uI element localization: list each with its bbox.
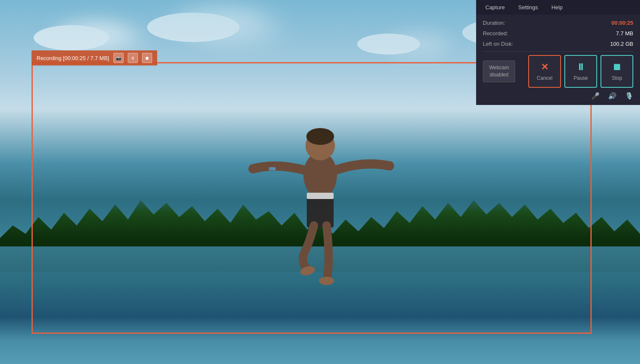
webcam-label: Webcam disabled [489, 65, 509, 78]
cancel-button[interactable]: ✕ Cancel [528, 55, 561, 88]
duration-label: Duration: [483, 20, 505, 26]
action-buttons: ✕ Cancel ⏸ Pause ⏹ Stop [528, 55, 633, 88]
webcam-button[interactable]: Webcam disabled [483, 60, 515, 82]
svg-rect-7 [307, 193, 334, 199]
recorded-row: Recorded: 7.7 MB [483, 30, 633, 37]
pause-button[interactable]: ⏸ Pause [564, 55, 597, 88]
svg-point-2 [306, 128, 334, 145]
recording-toolbar: Recording [00:00:25 / 7.7 MB] 📷 ⏸ ⏹ [32, 50, 157, 65]
recorded-label: Recorded: [483, 30, 508, 37]
recording-label: Recording [00:00:25 / 7.7 MB] [37, 55, 109, 61]
mic-icon[interactable]: 🎙️ [625, 92, 633, 100]
divider [483, 51, 633, 52]
cancel-label: Cancel [537, 75, 552, 81]
stop-icon: ⏹ [612, 62, 622, 73]
mic-muted-icon[interactable]: 🎤 [591, 92, 600, 100]
control-panel: Capture Settings Help Duration: 00:00:25… [476, 0, 640, 105]
svg-rect-6 [269, 167, 276, 170]
menu-capture[interactable]: Capture [483, 3, 507, 11]
cancel-icon: ✕ [541, 62, 548, 73]
audio-controls: 🎤 🔊 🎙️ [483, 92, 633, 100]
person-figure [245, 87, 396, 288]
menu-settings[interactable]: Settings [516, 3, 540, 11]
left-on-disk-label: Left on Disk: [483, 41, 513, 47]
cloud-1 [34, 25, 109, 50]
menu-bar: Capture Settings Help [476, 0, 640, 15]
duration-value: 00:00:25 [611, 20, 633, 26]
stop-label: Stop [612, 75, 622, 81]
recorded-value: 7.7 MB [616, 30, 633, 37]
left-on-disk-row: Left on Disk: 100.2 GB [483, 41, 633, 47]
svg-point-5 [319, 277, 334, 285]
stop-button[interactable]: ⏹ Stop [600, 55, 633, 88]
duration-row: Duration: 00:00:25 [483, 20, 633, 26]
bottom-controls-row: Webcam disabled ✕ Cancel ⏸ Pause ⏹ Stop [483, 55, 633, 88]
toolbar-stop-button[interactable]: ⏹ [142, 53, 152, 63]
screenshot-button[interactable]: 📷 [113, 53, 124, 63]
pause-label: Pause [574, 75, 588, 81]
toolbar-pause-button[interactable]: ⏸ [128, 53, 138, 63]
left-on-disk-value: 100.2 GB [610, 41, 633, 47]
cloud-2 [147, 13, 240, 42]
pause-icon: ⏸ [576, 62, 585, 73]
panel-body: Duration: 00:00:25 Recorded: 7.7 MB Left… [476, 15, 640, 105]
speaker-icon[interactable]: 🔊 [608, 92, 616, 100]
menu-help[interactable]: Help [549, 3, 565, 11]
cloud-3 [357, 34, 420, 55]
